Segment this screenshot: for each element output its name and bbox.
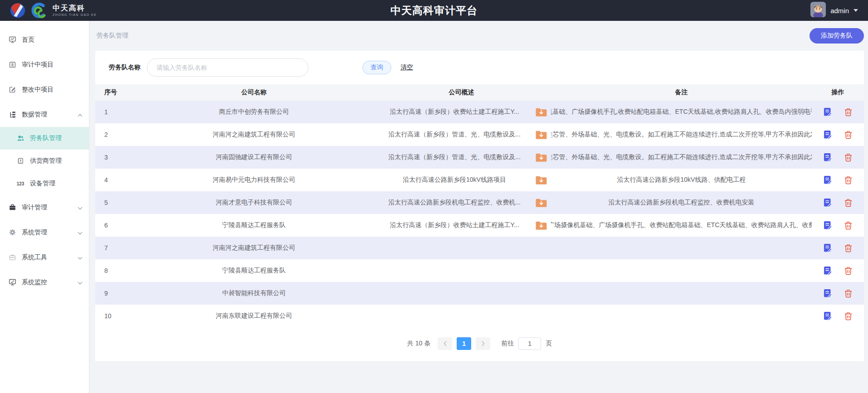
table-header: 序号 公司名称 公司概述 备注 操作 — [95, 84, 864, 101]
company-name: 宁陵县顺达工程服务队 — [136, 221, 372, 229]
table-row: 6 宁陵县顺达工程服务队 沿太行高速（新乡段）收费站土建工程施工Y... 广场摄… — [95, 214, 864, 237]
add-labor-team-button[interactable]: 添加劳务队 — [809, 28, 864, 44]
dashboard-icon — [8, 36, 16, 44]
content-card: 劳务队名称 查询 清空 序号 公司名称 公司概述 备注 操作 1 商丘市中创劳务… — [95, 51, 864, 361]
download-folder-icon[interactable] — [535, 107, 547, 117]
company-name: 河南东联建设工程有限公司 — [136, 312, 372, 320]
sidebar-item-label: 系统工具 — [22, 253, 78, 262]
brand-logo-globe-icon — [10, 3, 25, 18]
delete-icon[interactable] — [844, 130, 853, 140]
next-page-button[interactable] — [476, 337, 490, 350]
download-folder-icon[interactable] — [535, 175, 547, 185]
header-remark: 备注 — [551, 88, 812, 97]
sidebar-item-audit-management[interactable]: 审计管理 — [0, 195, 89, 220]
prev-page-button[interactable] — [438, 337, 452, 350]
company-overview-cell: 沿太行高速（新乡段）管道、光、电缆敷设及... — [372, 152, 551, 163]
table-row: 5 河南才意电子科技有限公司 沿太行高速公路新乡段机电工程监控、收费机... 沿… — [95, 191, 864, 214]
sidebar-item-label: 供货商管理 — [30, 157, 83, 165]
sidebar-item-auditing-projects[interactable]: 审计中项目 — [0, 52, 89, 77]
sidebar-item-labor-team-management[interactable]: 劳务队管理 — [0, 127, 89, 150]
sidebar-item-label: 系统监控 — [22, 278, 78, 286]
table-row: 3 河南固驰建设工程有限公司 沿太行高速（新乡段）管道、光、电缆敷设及... 硅… — [95, 146, 864, 169]
clear-button[interactable]: 清空 — [400, 63, 413, 72]
company-overview-cell: 沿太行高速公路新乡段10kV线路项目 — [372, 175, 551, 185]
edit-icon[interactable] — [823, 175, 833, 185]
delete-icon[interactable] — [844, 311, 853, 321]
sidebar-item-label: 设备管理 — [30, 180, 83, 188]
goto-page-input[interactable] — [518, 337, 541, 350]
download-folder-icon[interactable] — [535, 198, 547, 208]
download-folder-icon[interactable] — [535, 130, 547, 140]
edit-icon[interactable] — [823, 311, 833, 321]
table-row: 9 中昶智能科技有限公司 — [95, 282, 864, 305]
company-overview-text: 沿太行高速（新乡段）管道、光、电缆敷设及... — [375, 131, 533, 139]
delete-icon[interactable] — [844, 198, 853, 208]
sidebar-item-system-monitor[interactable]: 系统监控 — [0, 270, 89, 295]
sidebar-item-data-management[interactable]: 数据管理 — [0, 102, 89, 127]
sidebar-item-system-tools[interactable]: 系统工具 — [0, 245, 89, 270]
delete-icon[interactable] — [844, 221, 853, 230]
page-unit-label: 页 — [546, 340, 552, 348]
company-overview-text: 沿太行高速公路新乡段10kV线路项目 — [375, 176, 533, 184]
user-menu[interactable]: admin — [810, 2, 858, 19]
labor-team-name-input[interactable] — [147, 58, 308, 77]
toolbox-icon — [8, 253, 16, 262]
page-title: 中天高科审计平台 — [0, 4, 868, 18]
remark-text: 硅芯管、外场基础、光、电缆敷设。如工程施工不能连续进行,造成二次开挖等,甲方不承… — [551, 131, 812, 139]
sidebar-item-supplier-management[interactable]: 供货商管理 — [0, 150, 89, 172]
download-folder-icon[interactable] — [535, 152, 547, 163]
row-index: 1 — [95, 108, 136, 116]
delete-icon[interactable] — [844, 266, 853, 276]
row-index: 8 — [95, 267, 136, 274]
sidebar-item-home[interactable]: 首页 — [0, 27, 89, 52]
table-row: 1 商丘市中创劳务有限公司 沿太行高速（新乡段）收费站土建工程施工Y... 机基… — [95, 101, 864, 123]
header-operation: 操作 — [812, 88, 864, 97]
page-number-button[interactable]: 1 — [457, 337, 471, 350]
company-overview-text: 沿太行高速（新乡段）收费站土建工程施工Y... — [375, 221, 533, 229]
numbers-123-icon: 123 — [16, 180, 24, 188]
company-name: 河南河之南建筑工程有限公司 — [136, 244, 372, 252]
query-button[interactable]: 查询 — [362, 61, 391, 74]
sidebar-item-system-management[interactable]: 系统管理 — [0, 220, 89, 245]
edit-icon[interactable] — [823, 288, 833, 298]
delete-icon[interactable] — [844, 289, 853, 298]
remark-text: 广场摄像机基础、广场摄像机手孔、收费站配电箱基础、ETC天线基础、收费站路肩人孔… — [551, 221, 812, 229]
header-overview: 公司概述 — [372, 88, 551, 97]
company-name: 河南才意电子科技有限公司 — [136, 199, 372, 207]
briefcase-icon — [8, 204, 16, 212]
company-overview-text: 沿太行高速（新乡段）收费站土建工程施工Y... — [375, 108, 533, 116]
operation-cell — [812, 243, 864, 253]
edit-icon[interactable] — [823, 130, 833, 140]
edit-icon[interactable] — [823, 152, 833, 162]
edit-icon[interactable] — [823, 198, 833, 208]
search-bar: 劳务队名称 查询 清空 — [95, 51, 864, 84]
table-row: 10 河南东联建设工程有限公司 — [95, 305, 864, 327]
header-company: 公司名称 — [136, 88, 372, 97]
delete-icon[interactable] — [844, 153, 853, 162]
delete-icon[interactable] — [844, 175, 853, 185]
remark-cell: 机基础、广场摄像机手孔,收费站配电箱基础、ETC天线基础,收费站路肩人孔、收费岛… — [551, 108, 812, 116]
company-name: 河南易中元电力科技有限公司 — [136, 176, 372, 184]
edit-square-icon — [8, 86, 16, 94]
remark-cell: 沿太行高速公路新乡段机电工程监控、收费机电安装 — [551, 199, 812, 207]
remark-text: 机基础、广场摄像机手孔,收费站配电箱基础、ETC天线基础,收费站路肩人孔、收费岛… — [551, 108, 812, 116]
sidebar-item-label: 首页 — [22, 36, 83, 44]
delete-icon[interactable] — [844, 107, 853, 117]
download-folder-icon[interactable] — [535, 220, 547, 231]
delete-icon[interactable] — [844, 243, 853, 253]
company-name: 商丘市中创劳务有限公司 — [136, 108, 372, 116]
chevron-down-icon — [78, 279, 83, 286]
edit-icon[interactable] — [823, 266, 833, 276]
edit-icon[interactable] — [823, 220, 833, 230]
edit-icon[interactable] — [823, 243, 833, 253]
table-body: 1 商丘市中创劳务有限公司 沿太行高速（新乡段）收费站土建工程施工Y... 机基… — [95, 101, 864, 327]
remark-text: 沿太行高速公路新乡段机电工程监控、收费机电安装 — [609, 199, 755, 207]
sidebar-item-equipment-management[interactable]: 123 设备管理 — [0, 172, 89, 195]
company-overview-cell: 沿太行高速（新乡段）收费站土建工程施工Y... — [372, 220, 551, 231]
sidebar-item-rectifying-projects[interactable]: 整改中项目 — [0, 77, 89, 102]
edit-icon[interactable] — [823, 107, 833, 117]
avatar[interactable] — [810, 2, 826, 19]
company-name: 中昶智能科技有限公司 — [136, 289, 372, 297]
username[interactable]: admin — [830, 7, 849, 15]
remark-cell: 广场摄像机基础、广场摄像机手孔、收费站配电箱基础、ETC天线基础、收费站路肩人孔… — [551, 221, 812, 229]
